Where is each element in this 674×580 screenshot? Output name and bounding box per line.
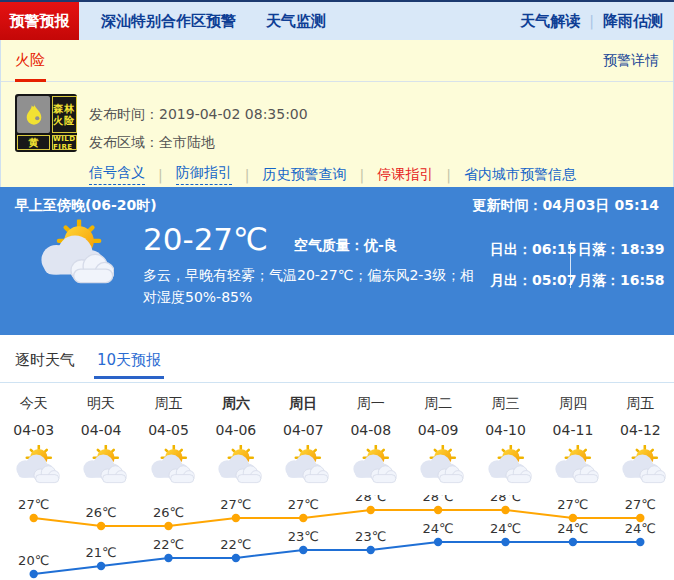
high-temp-label: 27℃ [557, 497, 588, 512]
forecast-col-04-03[interactable]: 今天04-03 [0, 383, 67, 489]
warning-link-3[interactable]: 历史预警查询 [262, 166, 346, 184]
high-temp-label: 27℃ [288, 497, 319, 512]
forecast-date-label: 04-09 [404, 422, 471, 438]
publish-time: 发布时间：2019-04-02 08:35:00 [89, 100, 659, 128]
link-separator: | [446, 167, 451, 183]
forecast-date-label: 04-03 [0, 422, 67, 438]
warning-link-5[interactable]: 省内城市预警信息 [464, 166, 576, 184]
warning-icon-title: 森林火险 [52, 96, 77, 133]
partly-cloudy-icon [135, 445, 202, 489]
low-temp-point [97, 562, 105, 570]
low-temp-point [636, 538, 644, 546]
update-time: 更新时间：04月03日 05:14 [473, 197, 659, 215]
low-temp-label: 23℃ [355, 529, 386, 544]
forecast-col-04-08[interactable]: 周一04-08 [337, 383, 404, 489]
nav-item-1[interactable]: 深汕特别合作区预警 [101, 12, 236, 31]
low-temp-point [30, 570, 38, 578]
current-conditions: 20-27℃ 空气质量：优-良 多云，早晚有轻雾；气温20-27℃；偏东风2-3… [143, 221, 483, 309]
low-temp-point [501, 538, 509, 546]
temperature-trend-chart: 27℃26℃26℃27℃27℃28℃28℃28℃27℃27℃20℃21℃22℃2… [0, 495, 674, 580]
nav-tab-warning-forecast[interactable]: 预警预报 [0, 2, 79, 40]
forecast-col-04-04[interactable]: 明天04-04 [67, 383, 134, 489]
high-temp-label: 28℃ [490, 495, 521, 504]
forecast-day-label: 周五 [135, 395, 202, 413]
high-temp-point [501, 506, 509, 514]
low-temp-point [367, 546, 375, 554]
high-temp-label: 26℃ [153, 505, 184, 520]
high-temp-label: 27℃ [220, 497, 251, 512]
weather-description: 多云，早晚有轻雾；气温20-27℃；偏东风2-3级；相对湿度50%-85% [143, 264, 483, 309]
forecast-day-label: 明天 [67, 395, 134, 413]
high-temp-point [97, 522, 105, 530]
forest-fire-warning-icon: 森林火险 黄 WILD FIRE [15, 94, 77, 152]
high-temp-label: 28℃ [355, 495, 386, 504]
warning-category-tab[interactable]: 火险 [15, 51, 45, 70]
partly-cloudy-icon [337, 445, 404, 489]
nav-item-2[interactable]: 天气监测 [266, 12, 326, 31]
forecast-col-04-12[interactable]: 周五04-12 [607, 383, 674, 489]
warning-link-4[interactable]: 停课指引 [377, 166, 433, 184]
nav-right-item-1[interactable]: 天气解读 [520, 12, 580, 31]
sunset-time: 日落：18:39 [578, 241, 666, 259]
forecast-date-label: 04-08 [337, 422, 404, 438]
low-temp-label: 23℃ [288, 529, 319, 544]
low-temp-label: 24℃ [625, 521, 656, 536]
warning-level-badge: 黄 [17, 135, 50, 150]
forecast-day-label: 周二 [404, 395, 471, 413]
forecast-col-04-05[interactable]: 周五04-05 [135, 383, 202, 489]
forecast-day-label: 周一 [337, 395, 404, 413]
partly-cloudy-icon [404, 445, 471, 489]
low-temp-point [434, 538, 442, 546]
high-temp-point [299, 514, 307, 522]
weather-warning-page: 预警预报 深汕特别合作区预警天气监测 天气解读|降雨估测 火险 预警详情 森林火… [0, 0, 674, 580]
warning-link-2[interactable]: 防御指引 [176, 164, 232, 185]
high-temp-label: 28℃ [423, 495, 454, 504]
moonset-time: 月落：16:58 [578, 272, 666, 290]
warning-info: 发布时间：2019-04-02 08:35:00 发布区域：全市陆地 信号含义|… [89, 92, 659, 185]
nav-separator: | [589, 13, 594, 29]
low-temp-point [232, 554, 240, 562]
forecast-col-04-07[interactable]: 周日04-07 [270, 383, 337, 489]
moonrise-time: 月出：05:07 [490, 272, 578, 290]
nav-right-item-2[interactable]: 降雨估测 [603, 12, 663, 31]
high-temp-point [164, 522, 172, 530]
warning-link-1[interactable]: 信号含义 [89, 164, 145, 185]
low-temp-label: 22℃ [220, 537, 251, 552]
nav-links: 深汕特别合作区预警天气监测 [101, 2, 326, 40]
forecast-day-label: 周四 [539, 395, 606, 413]
temperature-range: 20-27℃ [143, 221, 268, 257]
low-temp-label: 24℃ [423, 521, 454, 536]
warning-links-row: 信号含义|防御指引|历史预警查询|停课指引|省内城市预警信息 [89, 164, 659, 185]
forecast-date-label: 04-12 [607, 422, 674, 438]
low-temp-label: 20℃ [18, 553, 49, 568]
high-temp-label: 27℃ [625, 497, 656, 512]
forecast-day-label: 周日 [270, 395, 337, 413]
forecast-col-04-11[interactable]: 周四04-11 [539, 383, 606, 489]
nav-right-links: 天气解读|降雨估测 [520, 2, 663, 40]
forecast-col-04-06[interactable]: 周六04-06 [202, 383, 269, 489]
sunrise-time: 日出：06:15 [490, 241, 578, 259]
sun-moon-times: 日出：06:15日落：18:39月出：05:07月落：16:58 [490, 241, 666, 290]
partly-cloudy-icon [607, 445, 674, 489]
partly-cloudy-icon [67, 445, 134, 489]
series-low: 20℃21℃22℃22℃23℃23℃24℃24℃24℃24℃ [18, 521, 656, 578]
forecast-date-label: 04-06 [202, 422, 269, 438]
forecast-date-label: 04-10 [472, 422, 539, 438]
warning-panel: 火险 预警详情 森林火险 黄 WILD FIRE 发布时间：2019-04-02… [0, 40, 674, 187]
tab-ten-day-forecast[interactable]: 10天预报 [97, 351, 161, 370]
high-temp-point [434, 506, 442, 514]
current-weather-header: 早上至傍晚(06-20时) 更新时间：04月03日 05:14 [0, 187, 674, 215]
forecast-date-label: 04-04 [67, 422, 134, 438]
flame-icon [17, 96, 50, 133]
forecast-tabs-bar: 逐时天气 10天预报 [0, 335, 674, 383]
high-temp-point [30, 514, 38, 522]
warning-details-link[interactable]: 预警详情 [603, 52, 659, 70]
low-temp-point [569, 538, 577, 546]
low-temp-label: 24℃ [490, 521, 521, 536]
partly-cloudy-icon [202, 445, 269, 489]
current-weather-body: 20-27℃ 空气质量：优-良 多云，早晚有轻雾；气温20-27℃；偏东风2-3… [0, 215, 674, 335]
tab-hourly-weather[interactable]: 逐时天气 [15, 351, 75, 370]
partly-cloudy-icon [270, 445, 337, 489]
forecast-col-04-10[interactable]: 周三04-10 [472, 383, 539, 489]
forecast-col-04-09[interactable]: 周二04-09 [404, 383, 471, 489]
